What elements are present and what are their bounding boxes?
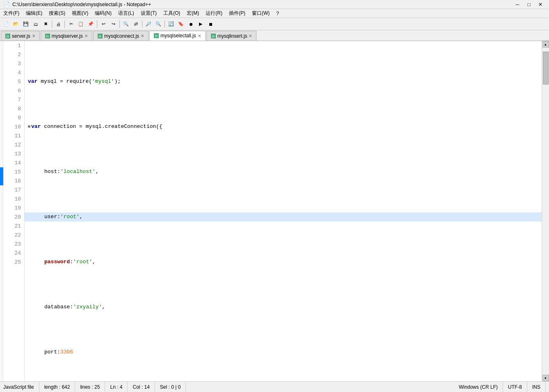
line-num-16: 16 — [3, 176, 24, 185]
tab-mysqlconnect[interactable]: js mysqlconnect.js ✕ — [93, 31, 149, 41]
line-num-5: 5 — [3, 77, 24, 86]
app-icon: 📄 — [3, 1, 10, 7]
tb-undo[interactable]: ↩ — [99, 20, 108, 29]
tb-stop[interactable]: ⏹ — [206, 20, 215, 29]
tab-close-mysqlselectall[interactable]: ✕ — [198, 34, 201, 38]
tb-sync[interactable]: 🔄 — [167, 20, 176, 29]
window-title: C:\Users\bierxiensi\Desktop\node\mysqlse… — [12, 2, 512, 7]
line-num-24: 24 — [3, 248, 24, 258]
vertical-scrollbar[interactable]: ▲ ▼ — [542, 41, 549, 381]
code-line-5: password:'root', — [25, 258, 542, 267]
menu-help[interactable]: ? — [273, 9, 282, 18]
menu-tools[interactable]: 工具(O) — [160, 9, 183, 18]
scroll-thumb[interactable] — [543, 52, 549, 84]
code-line-3: host:'localhost', — [25, 167, 542, 176]
minimize-button[interactable]: ─ — [512, 0, 523, 9]
code-line-4: user:'root', — [25, 212, 542, 221]
toolbar: 📄 📂 💾 🗂 ✖ 🖨 ✂ 📋 📌 ↩ ↪ 🔍 ⇄ 🔎 🔍 🔄 🔖 ⏺ ▶ ⏹ — [0, 18, 549, 30]
tb-bookmark[interactable]: 🔖 — [176, 20, 185, 29]
line-num-25: 25 — [3, 258, 24, 267]
maximize-button[interactable]: □ — [524, 0, 534, 9]
line-num-9: 9 — [3, 113, 24, 122]
line-num-6: 6 — [3, 86, 24, 95]
line-num-3: 3 — [3, 59, 24, 68]
tb-close[interactable]: ✖ — [41, 20, 50, 29]
menu-search[interactable]: 搜索(S) — [46, 9, 69, 18]
tb-save[interactable]: 💾 — [21, 20, 30, 29]
tb-cut[interactable]: ✂ — [66, 20, 75, 29]
status-encoding: UTF-8 — [503, 382, 527, 392]
lineending-label: Windows (CR LF) — [459, 384, 498, 390]
tb-zoomin[interactable]: 🔎 — [144, 20, 153, 29]
tab-mysqlserver[interactable]: js mysqlserver.js ✕ — [41, 31, 92, 41]
tb-copy[interactable]: 📋 — [76, 20, 85, 29]
status-col: Col : 14 — [128, 382, 155, 392]
menu-encode[interactable]: 编码(N) — [92, 9, 115, 18]
status-sel: Sel : 0 | 0 — [155, 382, 186, 392]
line-num-23: 23 — [3, 239, 24, 248]
tab-icon-mysqlselectall: js — [154, 33, 159, 38]
status-position: Ln : 4 — [105, 382, 128, 392]
tab-mysqlinsert[interactable]: js mysqlinsert.js ✕ — [206, 31, 257, 41]
line-num-4: 4 — [3, 68, 24, 77]
menu-view[interactable]: 视图(V) — [69, 9, 92, 18]
tb-replace[interactable]: ⇄ — [131, 20, 140, 29]
tb-macro[interactable]: ⏺ — [186, 20, 195, 29]
close-button[interactable]: ✕ — [535, 0, 546, 9]
menu-file[interactable]: 文件(F) — [0, 9, 23, 18]
line-num-7: 7 — [3, 95, 24, 104]
tb-print[interactable]: 🖨 — [54, 20, 63, 29]
sel-label: Sel : 0 | 0 — [160, 384, 181, 390]
tb-zoomout[interactable]: 🔍 — [154, 20, 163, 29]
tab-server[interactable]: js server.js ✕ — [1, 31, 40, 41]
encoding-label: UTF-8 — [508, 384, 522, 390]
tb-find[interactable]: 🔍 — [121, 20, 130, 29]
tab-close-mysqlconnect[interactable]: ✕ — [141, 34, 144, 38]
menu-bar: 文件(F) 编辑(E) 搜索(S) 视图(V) 编码(N) 语言(L) 设置(T… — [0, 9, 549, 18]
tb-open[interactable]: 📂 — [11, 20, 21, 29]
code-area[interactable]: var mysql = require('mysql'); ▣var conne… — [25, 41, 542, 381]
status-filetype: JavaScript file — [3, 382, 39, 392]
editor-container: 1 2 3 4 5 6 7 8 9 10 11 12 13 14 15 16 1… — [0, 41, 549, 381]
menu-edit[interactable]: 编辑(E) — [23, 9, 46, 18]
tab-close-mysqlserver[interactable]: ✕ — [85, 34, 88, 38]
lines-label: lines : 25 — [80, 384, 100, 390]
line-num-12: 12 — [3, 140, 24, 149]
line-num-20: 20 — [3, 212, 24, 221]
line-num-18: 18 — [3, 194, 24, 203]
code-line-7: port:3306 — [25, 348, 542, 357]
tab-icon-mysqlinsert: js — [211, 34, 216, 39]
tb-saveall[interactable]: 🗂 — [31, 20, 40, 29]
code-content[interactable]: var mysql = require('mysql'); ▣var conne… — [25, 41, 542, 381]
scroll-down-arrow[interactable]: ▼ — [542, 375, 549, 381]
tab-close-mysqlinsert[interactable]: ✕ — [249, 34, 252, 38]
tb-paste[interactable]: 📌 — [86, 20, 95, 29]
line-numbers-gutter: 1 2 3 4 5 6 7 8 9 10 11 12 13 14 15 16 1… — [3, 41, 25, 381]
tabs-bar: js server.js ✕ js mysqlserver.js ✕ js my… — [0, 30, 549, 41]
status-ins: INS — [527, 382, 546, 392]
status-length: length : 642 — [39, 382, 75, 392]
menu-window[interactable]: 窗口(W) — [249, 9, 273, 18]
title-bar: 📄 C:\Users\bierxiensi\Desktop\node\mysql… — [0, 0, 549, 9]
menu-macro[interactable]: 宏(M) — [183, 9, 202, 18]
tab-mysqlselectall[interactable]: js mysqlselectall.js ✕ — [149, 31, 206, 41]
menu-run[interactable]: 运行(R) — [202, 9, 226, 18]
line-num-21: 21 — [3, 221, 24, 230]
menu-plugins[interactable]: 插件(P) — [226, 9, 249, 18]
scroll-up-arrow[interactable]: ▲ — [542, 41, 549, 48]
fold-icon-2[interactable]: ▣ — [28, 122, 30, 131]
position-label: Ln : 4 — [110, 384, 122, 390]
ins-label: INS — [532, 384, 540, 390]
line-num-19: 19 — [3, 203, 24, 212]
status-lines: lines : 25 — [75, 382, 105, 392]
menu-settings[interactable]: 设置(T) — [137, 9, 160, 18]
tab-icon-server: js — [5, 34, 10, 39]
code-line-6: database:'zxyaily', — [25, 303, 542, 312]
scroll-track[interactable] — [542, 48, 549, 375]
menu-language[interactable]: 语言(L) — [115, 9, 137, 18]
line-num-13: 13 — [3, 149, 24, 158]
tb-redo[interactable]: ↪ — [109, 20, 118, 29]
tb-run[interactable]: ▶ — [196, 20, 205, 29]
tb-new[interactable]: 📄 — [2, 20, 11, 29]
tab-close-server[interactable]: ✕ — [32, 34, 35, 38]
